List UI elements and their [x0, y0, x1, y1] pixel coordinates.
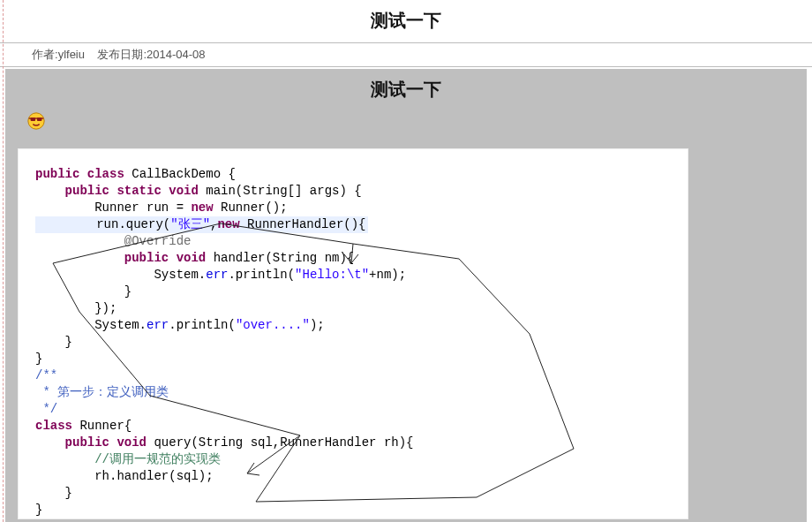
- date-value: 2014-04-08: [147, 48, 206, 61]
- highlighted-line: run.query("张三",new RunnerHandler(){: [35, 216, 368, 233]
- date-label: 发布日期:: [97, 48, 147, 61]
- cool-face-emoji-icon: [26, 111, 46, 131]
- left-margin-guide: [3, 0, 4, 522]
- page-title: 测试一下: [0, 0, 812, 33]
- content-area: 测试一下 public class CallBackDemo { public …: [5, 69, 807, 522]
- author-label: 作者:: [32, 48, 58, 61]
- author-value: ylfeiu: [58, 48, 85, 61]
- code-screenshot: public class CallBackDemo { public stati…: [18, 148, 688, 519]
- svg-rect-3: [29, 117, 44, 118]
- code-block: public class CallBackDemo { public stati…: [18, 148, 688, 519]
- page-header: 测试一下: [0, 0, 812, 43]
- inner-title: 测试一下: [5, 69, 807, 107]
- post-meta: 作者:ylfeiu 发布日期:2014-04-08: [0, 43, 812, 67]
- svg-point-0: [28, 113, 44, 129]
